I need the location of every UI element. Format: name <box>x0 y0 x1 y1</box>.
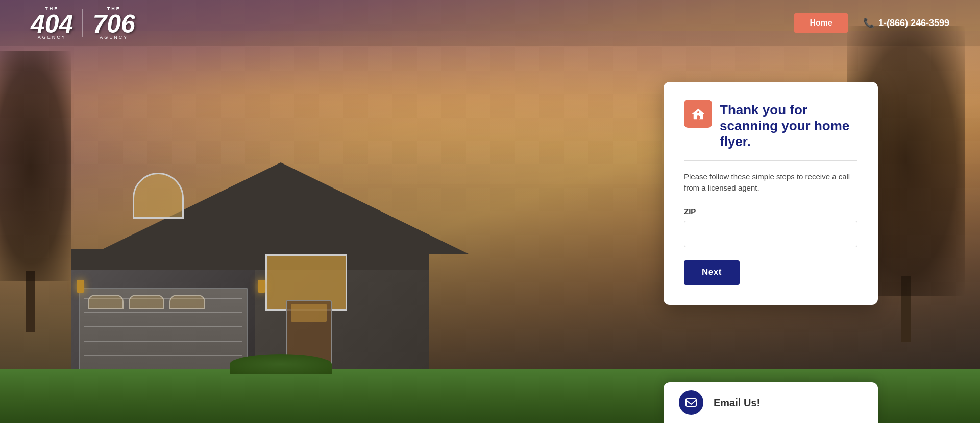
home-button[interactable]: Home <box>794 13 847 33</box>
logo-706: THE 706 AGENCY <box>92 6 135 40</box>
phone-number: 1-(866) 246-3599 <box>878 18 949 29</box>
window-upper-left <box>133 173 184 219</box>
zip-input[interactable] <box>684 221 857 247</box>
nav-right: Home 📞 1-(866) 246-3599 <box>794 13 949 33</box>
form-subtitle: Please follow these simple steps to rece… <box>684 171 857 194</box>
header: THE 404 AGENCY THE 706 AGENCY Home 📞 1-(… <box>0 0 980 46</box>
email-icon <box>685 396 697 409</box>
logo-divider <box>82 9 83 37</box>
svg-rect-0 <box>697 116 700 119</box>
garage-door <box>79 288 248 372</box>
logo-706-agency: AGENCY <box>100 35 128 40</box>
phone-icon: 📞 <box>863 17 874 29</box>
garage-light-right <box>258 280 265 293</box>
roof-lower <box>71 249 429 270</box>
logo-404: THE 404 AGENCY <box>31 6 73 40</box>
form-header: Thank you for scanning your home flyer. <box>684 102 857 150</box>
logo-area: THE 404 AGENCY THE 706 AGENCY <box>31 6 135 40</box>
phone-area: 📞 1-(866) 246-3599 <box>863 17 949 29</box>
form-title: Thank you for scanning your home flyer. <box>720 102 857 150</box>
svg-point-1 <box>697 111 699 113</box>
home-icon-badge <box>684 100 712 128</box>
zip-label: ZIP <box>684 207 857 216</box>
shrubs <box>230 354 332 374</box>
house-icon <box>691 106 706 122</box>
logo-404-agency: AGENCY <box>38 35 66 40</box>
form-divider <box>684 160 857 161</box>
next-button[interactable]: Next <box>684 260 740 285</box>
email-card: Email Us! <box>664 382 878 423</box>
email-icon-circle <box>679 390 703 415</box>
tree-left <box>0 51 61 332</box>
logo-404-number: 404 <box>31 11 73 37</box>
email-label: Email Us! <box>714 397 760 409</box>
garage-light-left <box>77 280 84 293</box>
logo-706-number: 706 <box>92 11 135 37</box>
form-card: Thank you for scanning your home flyer. … <box>664 82 878 305</box>
svg-rect-2 <box>686 399 696 406</box>
